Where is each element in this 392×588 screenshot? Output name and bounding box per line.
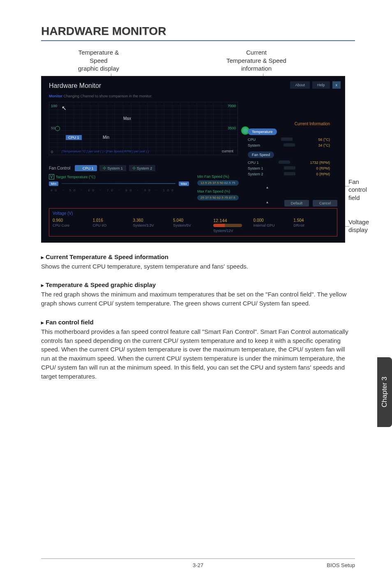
cancel-button[interactable]: Cancel xyxy=(313,200,337,207)
max-knob[interactable]: Max xyxy=(179,181,189,186)
chapter-tab: Chapter 3 xyxy=(377,357,392,427)
voltage-cell: 5.040 System/5V xyxy=(173,218,213,233)
max-label: Max xyxy=(123,116,131,121)
y2-axis-7000: 7000 xyxy=(228,104,236,108)
close-button[interactable]: x xyxy=(332,81,341,89)
temp-slider[interactable] xyxy=(62,183,175,184)
target-temp-checkbox[interactable]: V xyxy=(49,174,54,179)
voltage-cell: 0.000 Internal GPU xyxy=(254,218,294,233)
section-heading: Temperature & Speed graphic display xyxy=(41,281,355,288)
y-axis-0: 0 xyxy=(51,150,53,154)
min-fan-title: Min Fan Speed (%) xyxy=(197,175,337,179)
voltage-cell: 12.144 System/12V xyxy=(213,218,254,233)
cursor-icon: ↖ xyxy=(62,105,67,110)
fan-icon xyxy=(55,126,60,131)
section-body: This motherboard provides a fan speed co… xyxy=(41,327,355,381)
default-button[interactable]: Default xyxy=(284,200,309,207)
min-label: Min xyxy=(103,135,109,140)
max-fan-title: Max Fan Speed (%) xyxy=(197,189,337,193)
voltage-cell: 1.016 CPU I/O xyxy=(93,218,133,233)
voltage-cell: 3.360 System/3.3V xyxy=(133,218,173,233)
fc-tab-system1[interactable]: ✣System 1 xyxy=(99,165,126,171)
y2-axis-3500: 3500 xyxy=(228,126,236,130)
voltage-cell: 1.504 DRAM xyxy=(293,218,334,233)
leader-line xyxy=(345,186,349,186)
current-label: current xyxy=(222,149,233,153)
section-body: Shows the current CPU temperature, syste… xyxy=(41,262,355,271)
min-fan-slider[interactable]: 12.5 25 37.5 50 62.5 75 xyxy=(197,180,239,186)
slider-marker-icon: ▲ xyxy=(197,186,337,189)
graph-legend: [Temperature:°C ] per unit ( ) / [Fan Sp… xyxy=(62,149,149,153)
section-heading: Fan control field xyxy=(41,319,355,326)
temp-speed-graph: ↖ 100 50 0 7000 3500 Max Min CPU 1 [Temp… xyxy=(49,102,238,155)
about-button[interactable]: About xyxy=(290,81,310,89)
callout-voltage: Voltagedisplay xyxy=(348,218,369,234)
label-temp-speed-graphic: Temperature &Speedgraphic display xyxy=(58,48,140,73)
voltage-gauge xyxy=(213,224,242,227)
footer-section: BIOS Setup xyxy=(327,562,355,568)
voltage-title: Voltage (V) xyxy=(53,211,334,216)
help-button[interactable]: Help xyxy=(312,81,330,89)
page-number: 3-27 xyxy=(41,562,355,568)
leader-line xyxy=(345,226,349,227)
fan-speed-tab[interactable]: Fan Speed xyxy=(248,152,274,158)
callout-fan-control: Fancontrol field xyxy=(348,178,367,202)
min-knob[interactable]: Min xyxy=(49,181,58,186)
info-row: CPU 56 (°C) xyxy=(248,137,330,142)
fan-icon: ✣ xyxy=(103,166,106,170)
monitor-hint: Monitor Changing Channel to show compari… xyxy=(42,93,345,99)
temperature-tab[interactable]: Temperature xyxy=(248,129,277,135)
info-row: System 34 (°C) xyxy=(248,142,330,148)
y-axis-50: 50 xyxy=(51,126,55,130)
section-heading: Current Temperature & Speed information xyxy=(41,253,355,260)
temp-ticks: 40 · 50 · 60 · 70 · 80 · 90 · 100 xyxy=(51,188,189,192)
cpu1-tag: CPU 1 xyxy=(66,135,82,140)
voltage-cell: 0.960 CPU Core xyxy=(53,218,93,233)
fan-control-panel: Fan Control ✣CPU 1 ✣System 1 ✣System 2 V… xyxy=(49,163,337,208)
fan-icon: ✣ xyxy=(132,166,136,170)
current-info-title: Current Information xyxy=(248,122,330,126)
fc-tab-system2[interactable]: ✣System 2 xyxy=(129,165,156,171)
label-current-info: CurrentTemperature & Speedinformation xyxy=(207,48,306,73)
hardware-monitor-screenshot: Hardware Monitor About Help x Monitor Ch… xyxy=(41,76,345,243)
voltage-panel: Voltage (V) 0.960 CPU Core 1.016 CPU I/O… xyxy=(49,208,337,237)
fan-control-label: Fan Control xyxy=(49,166,70,170)
target-temp-label: Target Temperature (°C) xyxy=(56,175,95,179)
section-body: The red graph shows the minimum and maxi… xyxy=(41,290,355,308)
y-axis-100: 100 xyxy=(51,104,57,108)
max-fan-slider[interactable]: 25 37.5 50 62.5 75 87.5 xyxy=(197,195,239,200)
fc-tab-cpu1[interactable]: ✣CPU 1 xyxy=(75,165,97,171)
page-title: HARDWARE MONITOR xyxy=(41,25,355,41)
fan-icon: ✣ xyxy=(78,166,81,170)
